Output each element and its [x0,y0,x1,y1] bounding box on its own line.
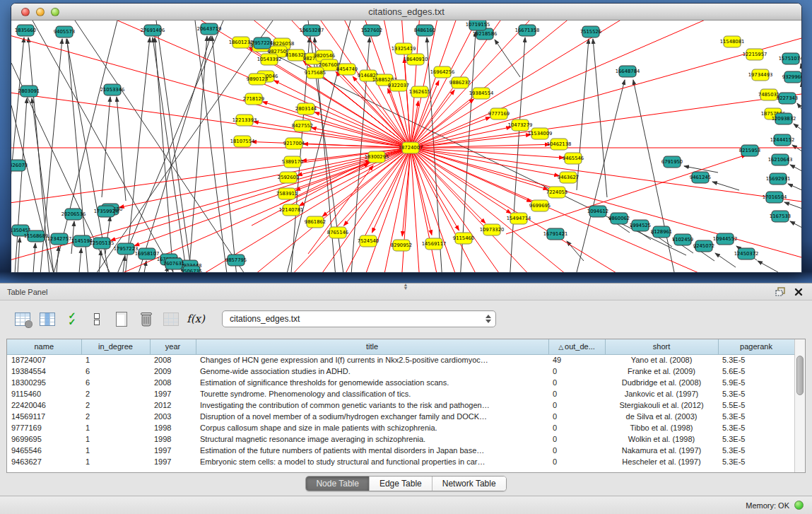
graph-node[interactable]: 9245072 [693,240,714,252]
graph-node[interactable]: 9699695 [529,200,551,211]
column-header-short[interactable]: short [605,339,718,354]
graph-edge[interactable] [715,253,736,267]
graph-edge[interactable] [797,103,801,110]
table-cell[interactable]: 1998 [150,433,196,445]
graph-node[interactable]: 9217004 [283,138,305,149]
graph-edge[interactable] [18,238,20,273]
table-cell[interactable]: 9465546 [7,445,81,456]
graph-node[interactable]: 1094612 [587,206,608,217]
graph-node[interactable]: 9860062 [608,213,630,224]
table-cell[interactable]: 9463627 [7,456,81,467]
graph-node[interactable]: 9890123 [247,74,268,85]
graph-edge[interactable] [124,37,150,273]
table-row[interactable]: 1938455462009Genome-wide association stu… [7,366,794,377]
graph-edge[interactable] [33,243,35,273]
scrollbar-thumb[interactable] [796,356,804,395]
table-cell[interactable]: Structural magnetic resonance image aver… [196,433,548,445]
graph-node[interactable]: 9857795 [225,255,247,266]
graph-node[interactable]: 11568689 [24,230,49,242]
graph-node[interactable]: 1362615 [409,86,430,98]
graph-node[interactable]: 27691406 [141,25,165,36]
graph-node[interactable]: 10543392 [257,54,282,65]
graph-node[interactable]: 12213393 [233,115,257,126]
graph-node[interactable]: 16210643 [768,154,793,165]
graph-node[interactable]: 13325419 [392,43,416,54]
graph-node[interactable]: 7957224 [252,37,273,49]
graph-node[interactable]: 8765146 [327,227,348,238]
new-table-icon[interactable] [112,309,131,329]
table-cell[interactable]: 49 [548,354,605,366]
graph-node[interactable]: 12450372 [734,248,759,259]
table-cell[interactable]: 14569117 [7,411,81,422]
graph-edge[interactable] [117,97,126,201]
table-cell[interactable]: 5.9E-5 [718,377,794,388]
table-cell[interactable]: 6 [81,377,150,388]
table-cell[interactable]: Embryonic stem cells: a model to study s… [196,456,548,467]
close-panel-icon[interactable] [792,286,805,298]
table-cell[interactable]: 0 [548,422,605,433]
table-cell[interactable]: 0 [548,399,605,411]
graph-node[interactable]: 10473279 [508,119,533,131]
graph-node[interactable]: 16671358 [515,25,540,36]
graph-edge[interactable] [577,39,589,190]
column-visibility-icon[interactable] [37,309,57,329]
table-cell[interactable]: 5.6E-5 [718,366,794,377]
graph-edge-selected[interactable] [110,148,411,240]
table-cell[interactable]: 1 [81,456,150,467]
graph-node[interactable]: 9227343 [777,93,798,104]
table-cell[interactable]: 5.5E-5 [718,399,794,411]
float-panel-icon[interactable] [774,286,787,298]
graph-node[interactable]: 2803091 [18,86,40,97]
graph-node[interactable]: 12342757 [47,233,72,245]
column-header-in-degree[interactable]: in_degree [81,339,150,354]
graph-node[interactable]: 9463627 [558,172,579,183]
delete-table-icon[interactable] [136,309,156,329]
graph-node[interactable]: 9861862 [305,216,326,228]
graph-node[interactable]: 7607631 [163,258,184,269]
graph-node[interactable]: 9322037 [388,80,409,91]
graph-node[interactable]: 5389170 [282,156,303,168]
table-cell[interactable]: Dudbridge et al. (2008) [605,377,718,388]
graph-node[interactable]: 19734493 [748,69,773,81]
graph-node[interactable]: 16964256 [430,66,455,78]
table-cell[interactable]: 2 [81,399,150,411]
table-cell[interactable]: 1997 [150,388,196,399]
graph-edge-selected[interactable] [411,21,605,148]
graph-node[interactable]: 12444152 [770,134,795,146]
graph-edge[interactable] [99,250,101,273]
graph-node[interactable]: 7583911 [276,188,298,199]
graph-node[interactable]: 15692931 [766,173,791,185]
tab-network-table[interactable]: Network Table [433,477,506,491]
table-cell[interactable]: de Silva et al. (2003) [605,411,718,422]
graph-node[interactable]: 1426073 [11,160,28,171]
table-cell[interactable]: 0 [548,433,605,445]
table-cell[interactable]: 0 [548,445,605,456]
graph-edge-selected[interactable] [411,148,450,273]
graph-node[interactable]: 15751074 [779,53,801,64]
tab-edge-table[interactable]: Edge Table [370,477,433,491]
graph-node[interactable]: 12215957 [743,49,767,60]
table-cell[interactable]: Changes of HCN gene expression and I(f) … [196,354,548,366]
graph-node[interactable]: 9461245 [690,172,711,183]
table-cell[interactable]: 18300295 [7,377,81,388]
table-cell[interactable]: 0 [548,388,605,399]
graph-edge[interactable] [57,246,59,273]
graph-edge-selected[interactable] [411,148,564,158]
graph-edge[interactable] [11,105,54,273]
graph-node[interactable]: 8427552 [292,120,313,132]
column-header-title[interactable]: title [196,339,548,354]
table-row[interactable]: 2242004622012Investigating the contribut… [7,399,794,411]
table-cell[interactable]: Yano et al. (2008) [605,354,718,366]
graph-edge-selected[interactable] [411,148,511,214]
table-cell[interactable]: 9777169 [7,422,81,433]
select-all-icon[interactable]: ✓✓ [62,309,82,329]
graph-node[interactable]: 9405573 [54,26,75,37]
graph-node[interactable]: 16958107 [135,248,160,259]
table-cell[interactable]: 2012 [150,399,196,411]
graph-node[interactable]: 20206536 [61,209,86,220]
graph-node[interactable]: 18300295 [365,151,389,163]
table-cell[interactable]: 22420046 [7,399,81,411]
table-cell[interactable]: 2 [81,388,150,399]
table-cell[interactable]: Jankovic et al. (1997) [605,388,718,399]
table-cell[interactable]: Estimation of the future numbers of pati… [196,445,548,456]
